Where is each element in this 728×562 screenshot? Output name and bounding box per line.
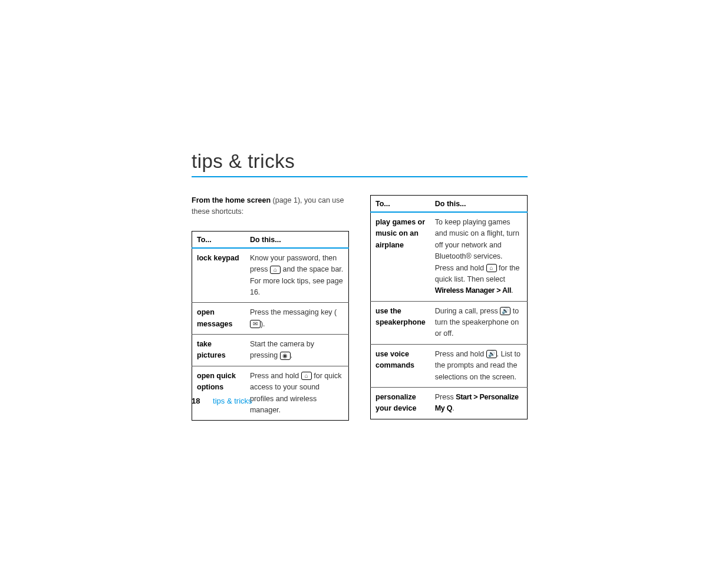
row-do: Press Start > Personalize My Q. <box>430 387 528 419</box>
row-do: Start the camera by pressing ◉. <box>245 335 349 366</box>
menu-path: Wireless Manager > All <box>435 286 511 295</box>
row-to: use voice commands <box>371 344 430 387</box>
row-do: Press and hold 🔊. List to the prompts an… <box>430 344 528 387</box>
row-do: Know your password, then press ⌂ and the… <box>245 248 349 303</box>
speaker-icon: 🔊 <box>500 307 510 315</box>
messaging-icon: ✉ <box>250 320 261 328</box>
right-table: To... Do this... play games or music on … <box>370 195 528 419</box>
left-table: To... Do this... lock keypad Know your p… <box>192 231 349 421</box>
home-icon: ⌂ <box>486 264 497 272</box>
row-to: personalize your device <box>371 387 430 419</box>
th-to: To... <box>371 196 430 213</box>
row-to: use the speakerphone <box>371 301 430 344</box>
columns: From the home screen (page 1), you can u… <box>192 195 528 421</box>
row-do: To keep playing games and music on a fli… <box>430 212 528 301</box>
table-row: personalize your device Press Start > Pe… <box>371 387 528 419</box>
row-do: Press and hold ⌂ for quick access to you… <box>245 366 349 421</box>
table-row: open quick options Press and hold ⌂ for … <box>192 366 349 421</box>
page-content: tips & tricks From the home screen (page… <box>192 150 528 421</box>
table-row: lock keypad Know your password, then pre… <box>192 248 349 303</box>
page-number: 18 <box>192 396 200 405</box>
row-to: open quick options <box>192 366 245 421</box>
table-row: use voice commands Press and hold 🔊. Lis… <box>371 344 528 387</box>
right-column: To... Do this... play games or music on … <box>370 195 528 421</box>
left-column: From the home screen (page 1), you can u… <box>192 195 349 421</box>
row-do: Press the messaging key (✉). <box>245 303 349 335</box>
th-do: Do this... <box>430 196 528 213</box>
table-row: take pictures Start the camera by pressi… <box>192 335 349 366</box>
speaker-icon: 🔊 <box>486 350 497 358</box>
intro-bold: From the home screen <box>192 196 271 204</box>
row-to: play games or music on an airplane <box>371 212 430 301</box>
table-row: play games or music on an airplane To ke… <box>371 212 528 301</box>
row-to: lock keypad <box>192 248 245 303</box>
row-to: open messages <box>192 303 245 335</box>
home-icon: ⌂ <box>301 372 312 380</box>
row-do: During a call, press 🔊 to turn the speak… <box>430 301 528 344</box>
intro-text: From the home screen (page 1), you can u… <box>192 195 349 218</box>
camera-icon: ◉ <box>280 352 291 360</box>
row-to: take pictures <box>192 335 245 366</box>
table-row: open messages Press the messaging key (✉… <box>192 303 349 335</box>
page-title: tips & tricks <box>192 150 528 173</box>
th-do: Do this... <box>245 231 349 248</box>
section-label: tips & tricks <box>213 396 252 405</box>
th-to: To... <box>192 231 245 248</box>
title-rule <box>192 176 528 177</box>
home-icon: ⌂ <box>270 266 281 274</box>
table-row: use the speakerphone During a call, pres… <box>371 301 528 344</box>
page-footer: 18 tips & tricks <box>192 396 252 405</box>
